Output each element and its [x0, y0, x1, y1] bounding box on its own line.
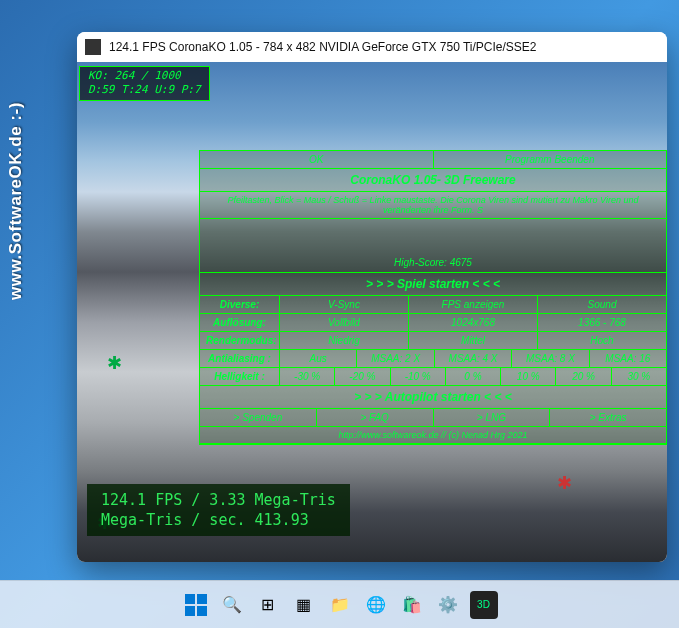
aa-option[interactable]: MSAA: 4 X: [435, 350, 512, 367]
aa-option[interactable]: Aus: [280, 350, 357, 367]
gear-icon: ⚙️: [438, 595, 458, 614]
rendermode-option[interactable]: Niedrig: [280, 332, 409, 349]
fps-readout: 124.1 FPS / 3.33 Mega-Tris: [101, 490, 336, 510]
diverse-label: Diverse:: [200, 296, 280, 313]
fps-toggle-button[interactable]: FPS anzeigen: [409, 296, 538, 313]
resolution-option[interactable]: 1366 - 768: [538, 314, 666, 331]
resolution-label: Auflösung:: [200, 314, 280, 331]
resolution-option[interactable]: 1024x768: [409, 314, 538, 331]
brightness-option[interactable]: 30 %: [612, 368, 666, 385]
brightness-option[interactable]: -30 %: [280, 368, 335, 385]
donate-link[interactable]: > Spenden: [200, 409, 317, 426]
brightness-option[interactable]: -10 %: [391, 368, 446, 385]
ko-counter: KO: 264 / 1000: [88, 69, 201, 83]
titlebar[interactable]: 124.1 FPS CoronaKO 1.05 - 784 x 482 NVID…: [77, 32, 667, 62]
virus-icon: ✱: [107, 352, 125, 370]
highscore-label: High-Score: 4675: [200, 219, 666, 273]
app-window: 124.1 FPS CoronaKO 1.05 - 784 x 482 NVID…: [77, 32, 667, 562]
hud-stats: D:59 T:24 U:9 P:7: [88, 83, 201, 97]
aa-option[interactable]: MSAA: 16: [590, 350, 666, 367]
faq-link[interactable]: > FAQ: [317, 409, 434, 426]
window-title: 124.1 FPS CoronaKO 1.05 - 784 x 482 NVID…: [109, 40, 537, 54]
menu-title: CoronaKO 1.05- 3D Freeware: [200, 169, 666, 192]
task-view-button[interactable]: ⊞: [254, 591, 282, 619]
search-button[interactable]: 🔍: [218, 591, 246, 619]
quit-button[interactable]: Programm Beenden: [434, 151, 667, 168]
widgets-button[interactable]: ▦: [290, 591, 318, 619]
app-icon: [85, 39, 101, 55]
brightness-option[interactable]: -20 %: [335, 368, 390, 385]
store-icon: 🛍️: [402, 595, 422, 614]
extras-link[interactable]: > Extras: [550, 409, 666, 426]
watermark-text: www.SoftwareOK.de :-): [6, 102, 26, 300]
game-viewport: KO: 264 / 1000 D:59 T:24 U:9 P:7 ✱ ✱ ✱ O…: [77, 62, 667, 562]
app-taskbar-button[interactable]: 3D: [470, 591, 498, 619]
app-icon: 3D: [477, 599, 490, 610]
antialiasing-label: Antialiasing :: [200, 350, 280, 367]
task-view-icon: ⊞: [261, 595, 274, 614]
brightness-option[interactable]: 20 %: [556, 368, 611, 385]
start-button[interactable]: [182, 591, 210, 619]
brightness-option[interactable]: 0 %: [446, 368, 501, 385]
rendermode-option[interactable]: Mittel: [409, 332, 538, 349]
menu-instructions: Pfeiltasten, Blick = Maus / Schuß = Link…: [200, 192, 666, 219]
edge-button[interactable]: 🌐: [362, 591, 390, 619]
widgets-icon: ▦: [296, 595, 311, 614]
ok-button[interactable]: OK: [200, 151, 434, 168]
rendermode-option[interactable]: Hoch: [538, 332, 666, 349]
footer-link[interactable]: http://www.softwareok.de // (c) Nenad Hr…: [200, 427, 666, 444]
autopilot-button[interactable]: > > > Autopilot starten < < <: [200, 386, 666, 409]
vsync-button[interactable]: V-Sync: [280, 296, 409, 313]
sound-button[interactable]: Sound: [538, 296, 666, 313]
aa-option[interactable]: MSAA: 2 X: [357, 350, 434, 367]
hud-top: KO: 264 / 1000 D:59 T:24 U:9 P:7: [79, 66, 210, 101]
hud-bottom: 124.1 FPS / 3.33 Mega-Tris Mega-Tris / s…: [87, 484, 350, 537]
virus-icon: ✱: [557, 472, 575, 490]
start-game-button[interactable]: > > > Spiel starten < < <: [200, 273, 666, 296]
store-button[interactable]: 🛍️: [398, 591, 426, 619]
brightness-label: Helligkeit :: [200, 368, 280, 385]
explorer-button[interactable]: 📁: [326, 591, 354, 619]
lng-link[interactable]: > LNG: [434, 409, 551, 426]
aa-option[interactable]: MSAA: 8 X: [512, 350, 589, 367]
resolution-option[interactable]: Vollbild: [280, 314, 409, 331]
search-icon: 🔍: [222, 595, 242, 614]
rendermode-label: Rendermodus:: [200, 332, 280, 349]
tris-readout: Mega-Tris / sec. 413.93: [101, 510, 336, 530]
game-menu: OK Programm Beenden CoronaKO 1.05- 3D Fr…: [199, 150, 667, 445]
settings-button[interactable]: ⚙️: [434, 591, 462, 619]
brightness-option[interactable]: 10 %: [501, 368, 556, 385]
folder-icon: 📁: [330, 595, 350, 614]
windows-logo-icon: [185, 594, 207, 616]
taskbar[interactable]: 🔍 ⊞ ▦ 📁 🌐 🛍️ ⚙️ 3D: [0, 580, 679, 628]
edge-icon: 🌐: [366, 595, 386, 614]
